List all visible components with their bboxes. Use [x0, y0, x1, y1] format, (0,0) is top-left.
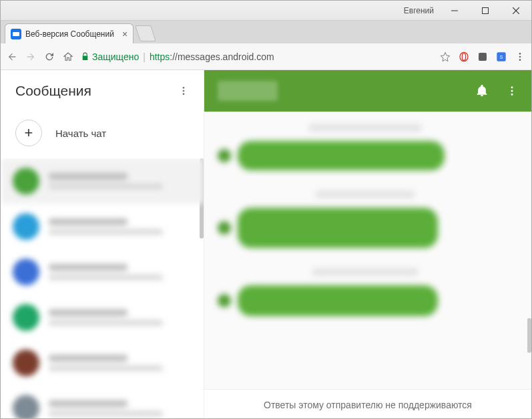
conversation-item[interactable] — [1, 158, 204, 204]
conversation-item[interactable] — [1, 249, 204, 295]
main-scrollbar-thumb[interactable] — [527, 318, 531, 353]
conversation-preview — [49, 173, 192, 189]
new-tab-button[interactable] — [135, 25, 156, 41]
dots-vertical-icon — [506, 85, 518, 97]
new-chat-label: Начать чат — [55, 128, 106, 139]
day-divider — [315, 190, 415, 198]
extension-generic-icon[interactable] — [477, 51, 489, 63]
home-icon — [63, 51, 73, 62]
conversation-preview — [49, 355, 192, 371]
tab-close-button[interactable]: × — [122, 29, 127, 39]
url-rest: ://messages.android.com — [170, 51, 274, 62]
tab-favicon-messages-icon — [11, 29, 21, 39]
window-user-label: Евгений — [404, 6, 434, 15]
plus-icon: + — [15, 120, 42, 146]
bookmark-star-button[interactable] — [439, 51, 451, 63]
bell-icon — [475, 84, 489, 98]
sidebar: Сообщения + Начать чат — [1, 70, 204, 419]
svg-rect-1 — [483, 7, 489, 13]
avatar — [13, 168, 39, 194]
message-row — [218, 141, 513, 170]
svg-point-16 — [511, 90, 513, 92]
star-icon — [440, 51, 451, 62]
close-icon — [513, 7, 519, 14]
nav-home-button[interactable] — [62, 51, 74, 63]
conversation-item[interactable] — [1, 204, 204, 249]
secure-label: Защищено — [92, 51, 139, 62]
window-minimize-button[interactable] — [439, 1, 470, 21]
url-scheme: https — [150, 51, 170, 62]
address-separator: | — [143, 51, 146, 62]
svg-point-9 — [519, 53, 521, 55]
avatar — [13, 259, 39, 285]
browser-toolbar: Защищено | https://messages.android.com … — [1, 43, 531, 70]
window-maximize-button[interactable] — [470, 1, 501, 21]
tab-title: Веб-версия Сообщений — [25, 29, 114, 39]
dots-vertical-icon — [178, 86, 189, 96]
reply-unsupported-note: Ответы этому отправителю не поддерживают… — [204, 389, 531, 419]
svg-point-4 — [460, 52, 468, 61]
browser-tabstrip: Веб-версия Сообщений × — [1, 21, 531, 43]
notifications-button[interactable] — [475, 84, 489, 98]
svg-point-15 — [511, 86, 513, 88]
maximize-icon — [482, 7, 489, 14]
sidebar-menu-button[interactable] — [178, 86, 189, 96]
lock-icon — [81, 52, 89, 61]
sidebar-header: Сообщения — [1, 70, 204, 112]
nav-reload-button[interactable] — [43, 51, 55, 63]
nav-forward-button[interactable] — [25, 51, 37, 63]
translate-icon: S — [496, 51, 507, 62]
conversation-preview — [49, 400, 192, 416]
svg-point-14 — [183, 93, 185, 95]
conversation-preview — [49, 219, 192, 235]
messages-app: Сообщения + Начать чат — [1, 70, 531, 419]
svg-point-12 — [183, 87, 185, 89]
new-chat-button[interactable]: + Начать чат — [1, 112, 204, 158]
message-row — [218, 208, 513, 248]
conversation-item[interactable] — [1, 340, 204, 386]
avatar — [13, 350, 39, 376]
reply-unsupported-text: Ответы этому отправителю не поддерживают… — [264, 400, 472, 410]
minimize-icon — [451, 7, 458, 14]
extension-opera-icon[interactable] — [458, 51, 470, 63]
svg-point-17 — [511, 94, 513, 96]
arrow-right-icon — [25, 51, 36, 62]
conversation-preview — [49, 264, 192, 280]
svg-point-10 — [519, 55, 521, 57]
conversation-item[interactable] — [1, 295, 204, 340]
browser-tab[interactable]: Веб-версия Сообщений × — [5, 23, 134, 43]
extension-translate-icon[interactable]: S — [495, 51, 507, 63]
message-avatar — [218, 294, 231, 307]
conversation-contact-name — [218, 81, 278, 101]
conversation-preview — [49, 309, 192, 325]
window-close-button[interactable] — [501, 1, 531, 21]
svg-point-11 — [519, 59, 521, 61]
puzzle-icon — [477, 51, 488, 62]
address-bar[interactable]: Защищено | https://messages.android.com — [81, 51, 433, 62]
window-titlebar: Евгений — [1, 1, 531, 21]
day-divider — [308, 124, 422, 132]
conversation-list[interactable] — [1, 158, 204, 419]
svg-point-5 — [462, 53, 465, 60]
conversation-pane: Ответы этому отправителю не поддерживают… — [204, 70, 531, 419]
avatar — [13, 395, 39, 419]
conversation-item[interactable] — [1, 386, 204, 419]
message-avatar — [218, 221, 231, 235]
secure-indicator: Защищено — [81, 51, 139, 62]
message-bubble — [238, 208, 438, 248]
avatar — [13, 213, 39, 240]
conversation-header — [204, 70, 531, 112]
svg-point-13 — [183, 90, 185, 92]
message-row — [218, 285, 513, 316]
svg-text:S: S — [500, 53, 503, 59]
message-bubble — [238, 141, 445, 170]
message-bubble — [238, 285, 438, 316]
day-divider — [312, 268, 419, 276]
opera-icon — [459, 51, 469, 62]
conversation-menu-button[interactable] — [506, 85, 518, 97]
browser-menu-button[interactable] — [514, 51, 526, 63]
svg-rect-6 — [479, 53, 487, 61]
message-list[interactable] — [204, 112, 531, 389]
avatar — [13, 304, 39, 331]
nav-back-button[interactable] — [6, 51, 18, 63]
